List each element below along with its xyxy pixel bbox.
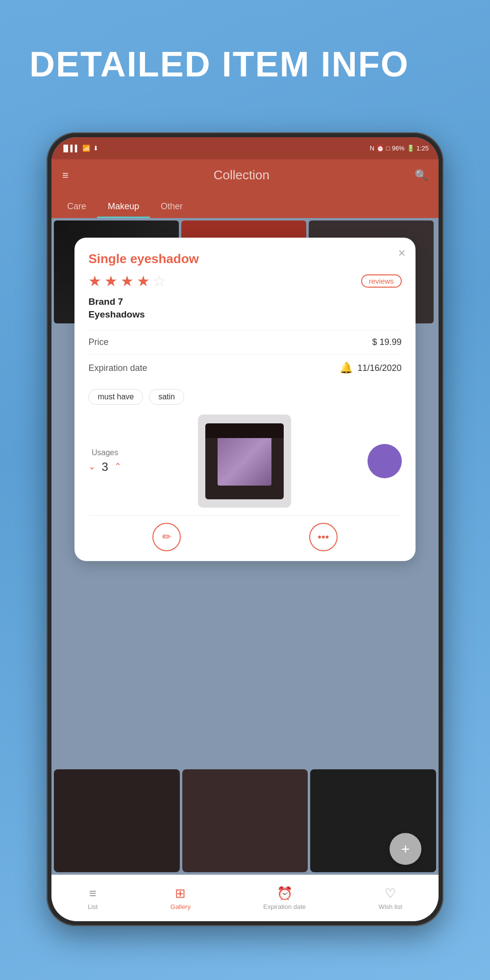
gallery-label: Gallery	[171, 903, 191, 910]
usages-with-arrows: ⌄ 3 ⌃	[88, 460, 121, 474]
menu-icon[interactable]: ≡	[62, 169, 69, 182]
usages-label: Usages	[92, 448, 118, 457]
star-2[interactable]: ★	[104, 272, 118, 290]
modal-card: × Single eyeshadow ★ ★ ★ ★ ☆ reviews Bra…	[74, 238, 415, 561]
modal-actions: ✏ •••	[88, 515, 401, 551]
status-bar: ▐▌▌▌ 📶 ⬇ N ⏰ □ 96% 🔋 1:25	[51, 137, 439, 159]
reviews-badge[interactable]: reviews	[361, 274, 402, 288]
star-5[interactable]: ☆	[153, 272, 166, 290]
wishlist-icon: ♡	[385, 886, 396, 901]
color-dot[interactable]	[368, 444, 402, 478]
tags-row: must have satin	[88, 389, 401, 405]
usages-block: Usages ⌄ 3 ⌃	[88, 448, 121, 474]
app-bar-title: Collection	[214, 168, 270, 183]
tabs-row: Care Makeup Other	[51, 191, 439, 218]
category-name: Eyeshadows	[88, 309, 401, 320]
phone-frame: ▐▌▌▌ 📶 ⬇ N ⏰ □ 96% 🔋 1:25 ≡ Collection 🔍…	[47, 132, 443, 926]
edit-icon: ✏	[162, 531, 171, 543]
lower-thumb-2	[182, 769, 308, 872]
brand-name: Brand 7	[88, 296, 401, 307]
download-icon: ⬇	[93, 145, 98, 152]
product-section: Usages ⌄ 3 ⌃	[88, 415, 401, 508]
battery-percent: 96%	[392, 145, 405, 152]
content-area: × Single eyeshadow ★ ★ ★ ★ ☆ reviews Bra…	[51, 218, 439, 875]
tab-other[interactable]: Other	[150, 196, 194, 218]
more-button[interactable]: •••	[309, 523, 338, 551]
tab-care[interactable]: Care	[56, 196, 97, 218]
usages-count: 3	[101, 460, 108, 474]
price-label: Price	[88, 337, 108, 347]
increase-usages-button[interactable]: ⌃	[114, 462, 122, 472]
nfc-icon: N	[369, 145, 374, 152]
more-icon: •••	[318, 531, 329, 543]
tag-satin[interactable]: satin	[149, 389, 184, 405]
product-image	[198, 415, 291, 508]
gallery-icon: ⊞	[175, 886, 186, 901]
eyeshadow-pan	[218, 437, 271, 486]
price-row: Price $ 19.99	[88, 330, 401, 354]
app-bar: ≡ Collection 🔍	[51, 159, 439, 191]
fab-button[interactable]: +	[390, 833, 421, 865]
expiration-icon: ⏰	[277, 886, 293, 901]
battery-icon: 🔋	[407, 145, 415, 152]
price-value: $ 19.99	[372, 337, 402, 347]
expiry-right: 🔔 11/16/2020	[340, 362, 402, 374]
expiration-label: Expiration date	[88, 363, 147, 373]
lower-thumb-1	[54, 769, 180, 872]
bell-icon[interactable]: 🔔	[340, 362, 353, 374]
expiration-nav-label: Expiration date	[263, 903, 306, 910]
page-title: DETAILED ITEM INFO	[29, 44, 409, 84]
modal-title: Single eyeshadow	[88, 251, 401, 267]
bottom-nav: ≡ List ⊞ Gallery ⏰ Expiration date ♡ Wis…	[51, 875, 439, 921]
time: 1:25	[416, 145, 429, 152]
status-right: N ⏰ □ 96% 🔋 1:25	[369, 145, 429, 152]
signal-icon: ▐▌▌▌	[61, 145, 79, 152]
nav-expiration[interactable]: ⏰ Expiration date	[263, 886, 306, 910]
wishlist-label: Wish list	[378, 903, 402, 910]
tag-must-have[interactable]: must have	[88, 389, 143, 405]
close-button[interactable]: ×	[398, 246, 405, 259]
tab-makeup[interactable]: Makeup	[97, 196, 150, 218]
product-image-inner	[205, 423, 284, 499]
list-label: List	[88, 903, 98, 910]
star-1[interactable]: ★	[88, 272, 101, 290]
status-left: ▐▌▌▌ 📶 ⬇	[61, 145, 98, 152]
fab-icon: +	[401, 841, 410, 858]
star-3[interactable]: ★	[121, 272, 134, 290]
search-icon[interactable]: 🔍	[415, 169, 428, 182]
lower-thumbs-row	[51, 767, 439, 875]
nav-list[interactable]: ≡ List	[88, 886, 98, 910]
decrease-usages-button[interactable]: ⌄	[88, 462, 96, 472]
stars-row: ★ ★ ★ ★ ☆ reviews	[88, 272, 401, 290]
phone-screen: ▐▌▌▌ 📶 ⬇ N ⏰ □ 96% 🔋 1:25 ≡ Collection 🔍…	[51, 137, 439, 921]
star-4[interactable]: ★	[137, 272, 150, 290]
expiration-row: Expiration date 🔔 11/16/2020	[88, 354, 401, 381]
alarm-icon: ⏰	[376, 145, 384, 152]
expiration-value: 11/16/2020	[358, 363, 402, 373]
edit-button[interactable]: ✏	[152, 523, 181, 551]
nav-wishlist[interactable]: ♡ Wish list	[378, 886, 402, 910]
sim-icon: □	[386, 145, 390, 152]
wifi-icon: 📶	[82, 145, 90, 152]
list-icon: ≡	[89, 886, 97, 901]
nav-gallery[interactable]: ⊞ Gallery	[171, 886, 191, 910]
